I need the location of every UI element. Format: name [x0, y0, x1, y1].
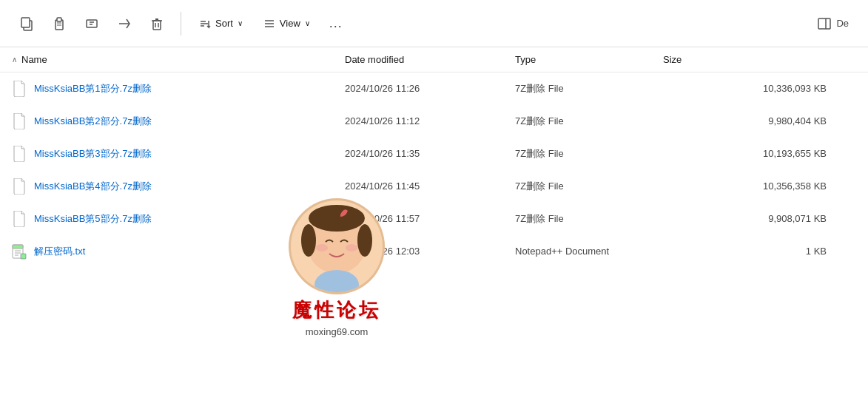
- table-row[interactable]: MissKsiaBB第2部分.7z删除2024/10/26 11:127Z删除 …: [0, 105, 868, 138]
- col-type-header[interactable]: Type: [515, 54, 663, 65]
- more-button[interactable]: ...: [322, 11, 350, 36]
- generic-file-icon: [12, 210, 27, 228]
- file-type-cell: 7Z删除 File: [515, 212, 663, 226]
- file-date-cell: 2024/10/26 11:26: [345, 83, 515, 94]
- svg-rect-1: [21, 18, 30, 27]
- file-list-container: MissKsiaBB第1部分.7z删除2024/10/26 11:267Z删除 …: [0, 72, 868, 395]
- sort-label: Sort: [215, 18, 233, 29]
- detail-label: De: [836, 18, 849, 29]
- detail-pane-icon: [817, 16, 832, 31]
- col-size-label: Size: [663, 54, 682, 65]
- view-icon: [263, 18, 275, 30]
- file-size-cell: 9,908,071 KB: [663, 213, 856, 224]
- file-size-cell: 10,336,093 KB: [663, 83, 856, 94]
- column-header: ∧ Name Date modified Type Size: [0, 47, 868, 72]
- col-type-label: Type: [515, 54, 536, 65]
- file-name: MissKsiaBB第1部分.7z删除: [34, 82, 152, 95]
- col-date-header[interactable]: Date modified: [345, 54, 515, 65]
- file-list: MissKsiaBB第1部分.7z删除2024/10/26 11:267Z删除 …: [0, 72, 868, 395]
- svg-rect-24: [13, 245, 23, 249]
- file-type-cell: 7Z删除 File: [515, 147, 663, 161]
- svg-rect-21: [818, 18, 830, 29]
- col-size-header[interactable]: Size: [663, 54, 856, 65]
- col-name-label: Name: [21, 54, 47, 65]
- table-row[interactable]: MissKsiaBB第5部分.7z删除2024/10/26 11:577Z删除 …: [0, 203, 868, 235]
- generic-file-icon: [12, 178, 27, 195]
- more-label: ...: [329, 16, 343, 31]
- file-name: MissKsiaBB第3部分.7z删除: [34, 147, 152, 161]
- col-name-header[interactable]: ∧ Name: [12, 54, 345, 65]
- file-name: 解压密码.txt: [34, 245, 85, 258]
- copy-button[interactable]: [12, 9, 41, 38]
- file-name: MissKsiaBB第4部分.7z删除: [34, 180, 152, 193]
- file-name: MissKsiaBB第5部分.7z删除: [34, 212, 152, 226]
- separator-1: [181, 12, 181, 36]
- generic-file-icon: [12, 145, 27, 163]
- file-size-cell: 10,356,358 KB: [663, 180, 856, 192]
- detail-pane-button[interactable]: De: [810, 12, 856, 36]
- view-button[interactable]: View ∨: [255, 13, 319, 34]
- file-size-cell: 1 KB: [663, 246, 856, 257]
- file-type-cell: 7Z删除 File: [515, 115, 663, 128]
- file-type-cell: Notepad++ Document: [515, 246, 663, 257]
- file-size-cell: 9,980,404 KB: [663, 115, 856, 126]
- paste-button[interactable]: [44, 9, 74, 38]
- table-row[interactable]: MissKsiaBB第3部分.7z删除2024/10/26 11:357Z删除 …: [0, 138, 868, 170]
- file-name-cell: MissKsiaBB第2部分.7z删除: [12, 112, 345, 130]
- generic-file-icon: [12, 80, 27, 98]
- generic-file-icon: [12, 112, 27, 130]
- sort-button[interactable]: Sort ∨: [190, 13, 252, 34]
- toolbar: Sort ∨ View ∨ ... De: [0, 0, 868, 47]
- file-name-cell: MissKsiaBB第5部分.7z删除: [12, 210, 345, 228]
- toolbar-right: De: [810, 12, 856, 36]
- svg-rect-3: [57, 18, 61, 21]
- file-date-cell: 2024/10/26 11:12: [345, 115, 515, 126]
- name-sort-arrow: ∧: [12, 55, 17, 64]
- col-date-label: Date modified: [345, 54, 404, 65]
- svg-rect-9: [153, 21, 161, 30]
- file-size-cell: 10,193,655 KB: [663, 148, 856, 159]
- view-label: View: [280, 18, 300, 29]
- file-type-cell: 7Z删除 File: [515, 180, 663, 193]
- sort-chevron: ∨: [238, 19, 243, 27]
- sort-icon: [199, 18, 211, 30]
- svg-rect-6: [87, 20, 97, 27]
- file-name: MissKsiaBB第2部分.7z删除: [34, 115, 152, 128]
- rename-button[interactable]: [77, 9, 107, 38]
- file-name-cell: MissKsiaBB第3部分.7z删除: [12, 145, 345, 163]
- file-name-cell: MissKsiaBB第4部分.7z删除: [12, 178, 345, 195]
- table-row[interactable]: MissKsiaBB第1部分.7z删除2024/10/26 11:267Z删除 …: [0, 72, 868, 105]
- file-date-cell: 2024/10/26 11:57: [345, 213, 515, 224]
- file-type-cell: 7Z删除 File: [515, 82, 663, 95]
- delete-button[interactable]: [142, 9, 172, 38]
- file-date-cell: 2024/10/26 12:03: [345, 246, 515, 257]
- table-row[interactable]: MissKsiaBB第4部分.7z删除2024/10/26 11:457Z删除 …: [0, 170, 868, 203]
- share-button[interactable]: [110, 9, 139, 38]
- file-name-cell: MissKsiaBB第1部分.7z删除: [12, 80, 345, 98]
- table-row[interactable]: 解压密码.txt2024/10/26 12:03Notepad++ Docume…: [0, 235, 868, 268]
- file-date-cell: 2024/10/26 11:45: [345, 180, 515, 192]
- svg-rect-28: [21, 254, 26, 259]
- notepad-icon: [12, 243, 27, 260]
- file-name-cell: 解压密码.txt: [12, 243, 345, 260]
- view-chevron: ∨: [305, 19, 310, 27]
- file-date-cell: 2024/10/26 11:35: [345, 148, 515, 159]
